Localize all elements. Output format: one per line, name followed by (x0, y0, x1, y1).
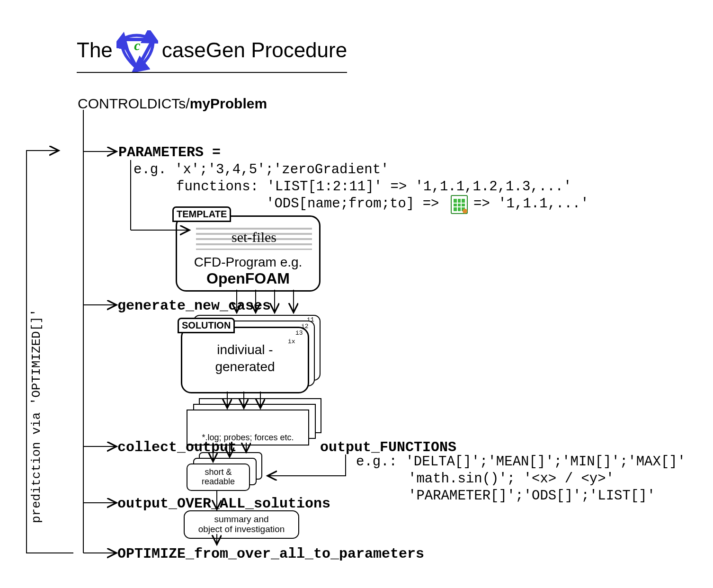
title-right: caseGen Procedure (162, 38, 347, 62)
idx-i2: i2 (301, 323, 309, 330)
solution-text-1: indiviual - (217, 342, 273, 357)
spreadsheet-icon (451, 195, 468, 214)
prediction-label: preditction via 'OPTIMIZED[]' (29, 309, 44, 523)
optimize-label: OPTIMIZE_from_over_all_to_parameters (117, 546, 424, 562)
parameters-functions-line: functions: 'LIST[1:2:11]' => '1,1.1,1.2,… (176, 179, 571, 195)
idx-i3: i3 (295, 330, 303, 337)
solution-text-2: generated (215, 359, 275, 374)
output-functions-eg-prefix: e.g.: (356, 454, 397, 470)
short-text-1: short & (205, 468, 232, 477)
title-left: The (77, 38, 113, 62)
page-title: The c caseGen Procedure (77, 30, 347, 73)
template-cfd-name: OpenFOAM (206, 270, 290, 287)
short-box: short & readable (187, 463, 250, 491)
solution-box: SOLUTION indiviual - generated (181, 327, 309, 393)
summary-text-1: summary and (214, 515, 268, 525)
summary-box: summary and object of investigation (184, 510, 299, 539)
template-cfd-program: CFD-Program e.g. OpenFOAM (177, 255, 319, 287)
svg-rect-3 (454, 199, 465, 211)
output-functions-line1: 'DELTA[]';'MEAN[]';'MIN[]';'MAX[]' (405, 454, 686, 470)
idx-i1: i1 (307, 316, 314, 323)
output-functions-line2: 'math.sin()'; '<x> / <y>' (408, 471, 614, 487)
summary-text-2: object of investigation (198, 525, 285, 535)
idx-ix: ix (288, 338, 295, 345)
solution-text: indiviual - generated (182, 341, 308, 376)
parameters-example: e.g. 'x';'3,4,5';'zeroGradient' (134, 162, 389, 178)
generate-new-cases-label: generate_new_cases (117, 298, 271, 314)
controldicts-name: myProblem (190, 96, 267, 111)
casegen-logo-icon: c (116, 30, 158, 70)
output-functions-label: output_FUNCTIONS (320, 439, 456, 455)
svg-point-8 (463, 209, 467, 214)
parameters-ods-left: 'ODS[name;from;to] => (266, 196, 439, 212)
parameters-label: PARAMETERS = (118, 144, 221, 160)
template-setfiles-text: set-files (232, 229, 276, 245)
parameters-ods-right: => '1,1.1,...' (473, 196, 589, 212)
template-tab-label: TEMPLATE (172, 206, 231, 222)
output-over-all-label: output_OVER_ALL_solutions (117, 496, 330, 512)
short-text-2: readable (202, 477, 235, 487)
template-setfiles: set-files (196, 224, 312, 250)
controldicts-prefix: CONTROLDICTs/ (78, 96, 190, 111)
output-functions-line3: 'PARAMETER[]';'ODS[]';'LIST[]' (408, 488, 655, 504)
output-functions-eg: e.g.: 'DELTA[]';'MEAN[]';'MIN[]';'MAX[]' (356, 454, 686, 470)
template-cfd-prefix: CFD-Program e.g. (194, 255, 303, 269)
template-box: TEMPLATE set-files CFD-Program e.g. Open… (176, 215, 321, 292)
controldicts-path: CONTROLDICTs/myProblem (78, 96, 267, 112)
solution-tab-label: SOLUTION (178, 318, 235, 333)
svg-text:c: c (134, 37, 140, 53)
